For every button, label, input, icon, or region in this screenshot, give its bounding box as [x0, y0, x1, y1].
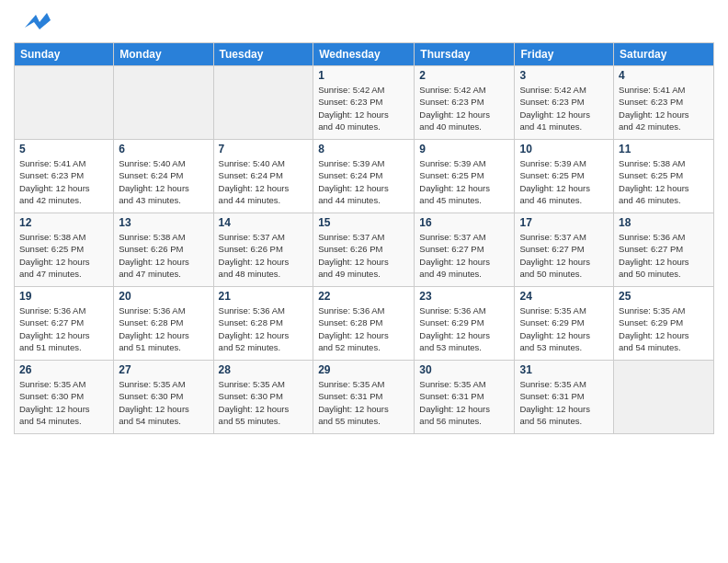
day-info: Sunrise: 5:39 AM Sunset: 6:25 PM Dayligh… — [519, 157, 609, 206]
day-info: Sunrise: 5:36 AM Sunset: 6:29 PM Dayligh… — [419, 304, 509, 353]
day-info: Sunrise: 5:40 AM Sunset: 6:24 PM Dayligh… — [119, 157, 208, 206]
day-number: 15 — [318, 216, 409, 229]
calendar-cell: 21Sunrise: 5:36 AM Sunset: 6:28 PM Dayli… — [213, 287, 313, 361]
day-number: 10 — [519, 143, 609, 155]
calendar-week-row: 19Sunrise: 5:36 AM Sunset: 6:27 PM Dayli… — [15, 287, 714, 361]
logo-bird-icon — [16, 9, 51, 35]
day-number: 6 — [119, 143, 208, 155]
day-number: 18 — [619, 216, 709, 229]
calendar-header-row: SundayMondayTuesdayWednesdayThursdayFrid… — [15, 43, 714, 66]
day-number: 13 — [119, 216, 208, 229]
calendar-header-tuesday: Tuesday — [213, 43, 313, 66]
calendar-header-thursday: Thursday — [415, 43, 515, 66]
calendar-table: SundayMondayTuesdayWednesdayThursdayFrid… — [14, 42, 714, 434]
calendar-header-monday: Monday — [114, 43, 213, 66]
calendar-cell: 16Sunrise: 5:37 AM Sunset: 6:27 PM Dayli… — [415, 213, 515, 287]
day-info: Sunrise: 5:41 AM Sunset: 6:23 PM Dayligh… — [619, 84, 709, 132]
calendar-cell: 30Sunrise: 5:35 AM Sunset: 6:31 PM Dayli… — [415, 361, 515, 434]
logo — [14, 9, 52, 35]
calendar-cell — [614, 361, 714, 434]
day-number: 11 — [619, 143, 709, 155]
calendar-cell: 29Sunrise: 5:35 AM Sunset: 6:31 PM Dayli… — [313, 361, 415, 434]
day-number: 2 — [419, 69, 509, 82]
day-info: Sunrise: 5:36 AM Sunset: 6:27 PM Dayligh… — [619, 231, 709, 280]
calendar-cell: 28Sunrise: 5:35 AM Sunset: 6:30 PM Dayli… — [213, 361, 313, 434]
day-info: Sunrise: 5:39 AM Sunset: 6:25 PM Dayligh… — [419, 157, 509, 206]
calendar-cell: 24Sunrise: 5:35 AM Sunset: 6:29 PM Dayli… — [515, 287, 614, 361]
day-info: Sunrise: 5:37 AM Sunset: 6:26 PM Dayligh… — [318, 231, 409, 280]
day-info: Sunrise: 5:35 AM Sunset: 6:29 PM Dayligh… — [519, 304, 609, 353]
day-number: 21 — [219, 290, 309, 303]
day-number: 31 — [519, 363, 609, 376]
day-number: 20 — [119, 290, 208, 303]
day-number: 17 — [519, 216, 609, 229]
day-info: Sunrise: 5:40 AM Sunset: 6:24 PM Dayligh… — [219, 157, 309, 206]
day-info: Sunrise: 5:36 AM Sunset: 6:28 PM Dayligh… — [318, 304, 409, 353]
calendar-cell: 13Sunrise: 5:38 AM Sunset: 6:26 PM Dayli… — [114, 213, 213, 287]
calendar-header-friday: Friday — [515, 43, 614, 66]
calendar-cell: 6Sunrise: 5:40 AM Sunset: 6:24 PM Daylig… — [114, 140, 213, 213]
svg-marker-0 — [25, 13, 51, 29]
calendar-cell: 19Sunrise: 5:36 AM Sunset: 6:27 PM Dayli… — [15, 287, 114, 361]
day-info: Sunrise: 5:38 AM Sunset: 6:25 PM Dayligh… — [619, 157, 709, 206]
calendar-header-sunday: Sunday — [15, 43, 114, 66]
calendar-cell: 3Sunrise: 5:42 AM Sunset: 6:23 PM Daylig… — [515, 66, 614, 140]
day-info: Sunrise: 5:41 AM Sunset: 6:23 PM Dayligh… — [19, 157, 108, 206]
calendar-cell: 25Sunrise: 5:35 AM Sunset: 6:29 PM Dayli… — [614, 287, 714, 361]
day-info: Sunrise: 5:38 AM Sunset: 6:25 PM Dayligh… — [19, 231, 108, 280]
day-info: Sunrise: 5:35 AM Sunset: 6:30 PM Dayligh… — [119, 378, 208, 427]
day-number: 28 — [219, 363, 309, 376]
day-info: Sunrise: 5:35 AM Sunset: 6:29 PM Dayligh… — [619, 304, 709, 353]
day-info: Sunrise: 5:39 AM Sunset: 6:24 PM Dayligh… — [318, 157, 409, 206]
day-info: Sunrise: 5:36 AM Sunset: 6:28 PM Dayligh… — [219, 304, 309, 353]
calendar-cell — [213, 66, 313, 140]
day-info: Sunrise: 5:35 AM Sunset: 6:31 PM Dayligh… — [419, 378, 509, 427]
calendar-cell: 18Sunrise: 5:36 AM Sunset: 6:27 PM Dayli… — [614, 213, 714, 287]
day-number: 27 — [119, 363, 208, 376]
day-info: Sunrise: 5:42 AM Sunset: 6:23 PM Dayligh… — [318, 84, 409, 132]
calendar-cell: 17Sunrise: 5:37 AM Sunset: 6:27 PM Dayli… — [515, 213, 614, 287]
day-number: 7 — [219, 143, 309, 155]
day-info: Sunrise: 5:37 AM Sunset: 6:27 PM Dayligh… — [419, 231, 509, 280]
day-number: 9 — [419, 143, 509, 155]
calendar-week-row: 26Sunrise: 5:35 AM Sunset: 6:30 PM Dayli… — [15, 361, 714, 434]
calendar-week-row: 5Sunrise: 5:41 AM Sunset: 6:23 PM Daylig… — [15, 140, 714, 213]
calendar-cell — [114, 66, 213, 140]
calendar-cell: 7Sunrise: 5:40 AM Sunset: 6:24 PM Daylig… — [213, 140, 313, 213]
day-info: Sunrise: 5:37 AM Sunset: 6:26 PM Dayligh… — [219, 231, 309, 280]
calendar-cell: 27Sunrise: 5:35 AM Sunset: 6:30 PM Dayli… — [114, 361, 213, 434]
day-number: 1 — [318, 69, 409, 82]
calendar-cell: 5Sunrise: 5:41 AM Sunset: 6:23 PM Daylig… — [15, 140, 114, 213]
calendar-cell: 11Sunrise: 5:38 AM Sunset: 6:25 PM Dayli… — [614, 140, 714, 213]
calendar-header-saturday: Saturday — [614, 43, 714, 66]
day-info: Sunrise: 5:36 AM Sunset: 6:27 PM Dayligh… — [19, 304, 108, 353]
day-number: 23 — [419, 290, 509, 303]
page: SundayMondayTuesdayWednesdayThursdayFrid… — [0, 0, 728, 443]
calendar-cell: 1Sunrise: 5:42 AM Sunset: 6:23 PM Daylig… — [313, 66, 415, 140]
calendar-cell: 10Sunrise: 5:39 AM Sunset: 6:25 PM Dayli… — [515, 140, 614, 213]
day-number: 29 — [318, 363, 409, 376]
calendar-cell: 14Sunrise: 5:37 AM Sunset: 6:26 PM Dayli… — [213, 213, 313, 287]
day-info: Sunrise: 5:35 AM Sunset: 6:31 PM Dayligh… — [519, 378, 609, 427]
calendar-week-row: 12Sunrise: 5:38 AM Sunset: 6:25 PM Dayli… — [15, 213, 714, 287]
day-number: 26 — [19, 363, 108, 376]
logo-block — [14, 9, 52, 35]
calendar-cell: 15Sunrise: 5:37 AM Sunset: 6:26 PM Dayli… — [313, 213, 415, 287]
day-number: 5 — [19, 143, 108, 155]
calendar-header-wednesday: Wednesday — [313, 43, 415, 66]
day-info: Sunrise: 5:35 AM Sunset: 6:31 PM Dayligh… — [318, 378, 409, 427]
calendar-cell: 31Sunrise: 5:35 AM Sunset: 6:31 PM Dayli… — [515, 361, 614, 434]
day-info: Sunrise: 5:42 AM Sunset: 6:23 PM Dayligh… — [419, 84, 509, 132]
day-info: Sunrise: 5:42 AM Sunset: 6:23 PM Dayligh… — [519, 84, 609, 132]
calendar-cell: 23Sunrise: 5:36 AM Sunset: 6:29 PM Dayli… — [415, 287, 515, 361]
day-number: 19 — [19, 290, 108, 303]
day-number: 4 — [619, 69, 709, 82]
day-info: Sunrise: 5:35 AM Sunset: 6:30 PM Dayligh… — [219, 378, 309, 427]
calendar-cell: 22Sunrise: 5:36 AM Sunset: 6:28 PM Dayli… — [313, 287, 415, 361]
calendar-cell: 12Sunrise: 5:38 AM Sunset: 6:25 PM Dayli… — [15, 213, 114, 287]
calendar-cell: 4Sunrise: 5:41 AM Sunset: 6:23 PM Daylig… — [614, 66, 714, 140]
calendar-cell: 8Sunrise: 5:39 AM Sunset: 6:24 PM Daylig… — [313, 140, 415, 213]
calendar-week-row: 1Sunrise: 5:42 AM Sunset: 6:23 PM Daylig… — [15, 66, 714, 140]
calendar-cell — [15, 66, 114, 140]
calendar-cell: 26Sunrise: 5:35 AM Sunset: 6:30 PM Dayli… — [15, 361, 114, 434]
